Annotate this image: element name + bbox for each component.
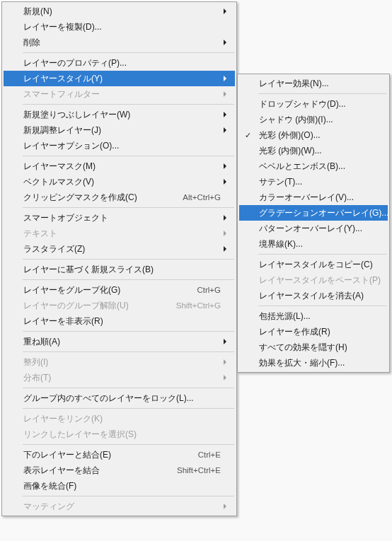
sub_menu-item[interactable]: ドロップシャドウ(D)...: [239, 96, 388, 112]
menu-item-label: 下のレイヤーと結合(E): [23, 449, 198, 461]
sub_menu-item[interactable]: グラデーションオーバーレイ(G)...: [239, 205, 388, 221]
menu-item-label: 光彩 (内側)(W)...: [259, 145, 374, 157]
main_menu-item: リンクしたレイヤーを選択(S): [4, 426, 235, 442]
menu-item-label: レイヤーを作成(R): [259, 326, 374, 338]
menu-item-label: レイヤーをリンク(K): [23, 413, 221, 425]
main_menu-item[interactable]: レイヤーをグループ化(G)Ctrl+G: [4, 282, 235, 298]
sub_menu-item[interactable]: 包括光源(L)...: [239, 308, 388, 324]
main_menu-item[interactable]: 削除: [4, 35, 235, 50]
main_menu-item[interactable]: 新規塗りつぶしレイヤー(W): [4, 107, 235, 122]
main_menu-item[interactable]: 下のレイヤーと結合(E)Ctrl+E: [4, 447, 235, 463]
menu-item-label: レイヤー効果(N)...: [259, 78, 374, 90]
menu-item-label: 分布(T): [23, 372, 221, 384]
menu-item-label: ラスタライズ(Z): [23, 243, 221, 255]
menu-separator: [23, 156, 234, 156]
menu-separator: [258, 93, 387, 94]
menu-item-label: 画像を統合(F): [23, 480, 221, 492]
menu-item-label: 新規塗りつぶしレイヤー(W): [23, 109, 221, 121]
menu-item-label: パターンオーバーレイ(Y)...: [259, 223, 374, 235]
menu-separator: [23, 259, 234, 260]
main_menu-item[interactable]: レイヤーに基づく新規スライス(B): [4, 262, 235, 277]
menu-item-label: レイヤースタイル(Y): [23, 73, 221, 85]
menu-item-label: マッティング: [23, 501, 221, 513]
sub_menu-item[interactable]: パターンオーバーレイ(Y)...: [239, 221, 388, 236]
sub_menu-item: レイヤースタイルをペースト(P): [239, 272, 388, 288]
layer-menu[interactable]: 新規(N)レイヤーを複製(D)...削除レイヤーのプロパティ(P)...レイヤー…: [1, 1, 237, 516]
main_menu-item[interactable]: 新規調整レイヤー(J): [4, 122, 235, 138]
menu-item-label: 境界線(K)...: [259, 238, 374, 250]
sub_menu-item[interactable]: ✓光彩 (外側)(O)...: [239, 127, 388, 143]
menu-separator: [23, 207, 234, 208]
menu-separator: [23, 496, 234, 496]
main_menu-item: レイヤーのグループ解除(U)Shift+Ctrl+G: [4, 298, 235, 313]
layer-style-submenu[interactable]: レイヤー効果(N)...ドロップシャドウ(D)...シャドウ (内側)(I)..…: [237, 74, 390, 373]
main_menu-item[interactable]: レイヤーマスク(M): [4, 158, 235, 174]
menu-item-label: 削除: [23, 37, 221, 49]
menu-item-label: グループ内のすべてのレイヤーをロック(L)...: [23, 392, 221, 405]
main_menu-item[interactable]: スマートオブジェクト: [4, 210, 235, 226]
main_menu-item[interactable]: 新規(N): [4, 4, 235, 19]
menu-item-label: レイヤースタイルを消去(A): [259, 290, 374, 302]
menu-item-label: すべての効果を隠す(H): [259, 342, 374, 354]
menu-item-label: レイヤーオプション(O)...: [23, 140, 221, 152]
sub_menu-item[interactable]: レイヤーを作成(R): [239, 324, 388, 339]
menu-item-label: スマートフィルター: [23, 88, 221, 100]
menu-item-label: グラデーションオーバーレイ(G)...: [259, 207, 388, 219]
menu-item-label: リンクしたレイヤーを選択(S): [23, 429, 221, 441]
main_menu-item: テキスト: [4, 226, 235, 241]
menu-item-label: レイヤーを複製(D)...: [23, 21, 221, 33]
sub_menu-item[interactable]: レイヤースタイルを消去(A): [239, 288, 388, 303]
menu-item-label: ベベルとエンボス(B)...: [259, 161, 374, 173]
menu-item-label: 効果を拡大・縮小(F)...: [259, 357, 374, 369]
sub_menu-item[interactable]: レイヤースタイルをコピー(C): [239, 257, 388, 272]
menu-separator: [23, 408, 234, 409]
main_menu-item[interactable]: 表示レイヤーを結合Shift+Ctrl+E: [4, 463, 235, 478]
main_menu-item[interactable]: 画像を統合(F): [4, 478, 235, 494]
menu-item-label: カラーオーバーレイ(V)...: [259, 192, 374, 204]
menu-separator: [23, 279, 234, 280]
main_menu-item[interactable]: 重ね順(A): [4, 334, 235, 349]
menu-item-label: レイヤーに基づく新規スライス(B): [23, 264, 221, 276]
sub_menu-item[interactable]: 境界線(K)...: [239, 236, 388, 252]
menu-item-label: レイヤーマスク(M): [23, 161, 221, 173]
menu-item-label: ドロップシャドウ(D)...: [259, 98, 374, 110]
menu-item-label: 表示レイヤーを結合: [23, 465, 177, 477]
menu-separator: [23, 351, 234, 352]
main_menu-item: レイヤーをリンク(K): [4, 411, 235, 426]
menu-separator: [23, 104, 234, 105]
main_menu-item[interactable]: グループ内のすべてのレイヤーをロック(L)...: [4, 390, 235, 406]
main_menu-item: マッティング: [4, 499, 235, 514]
main_menu-item[interactable]: レイヤーのプロパティ(P)...: [4, 55, 235, 71]
menu-item-label: 新規調整レイヤー(J): [23, 124, 221, 136]
main_menu-item[interactable]: レイヤーを複製(D)...: [4, 19, 235, 35]
sub_menu-item[interactable]: カラーオーバーレイ(V)...: [239, 190, 388, 205]
menu-item-shortcut: Ctrl+E: [198, 450, 221, 459]
main_menu-item[interactable]: ラスタライズ(Z): [4, 241, 235, 257]
menu-item-label: レイヤーのプロパティ(P)...: [23, 57, 221, 69]
sub_menu-item[interactable]: すべての効果を隠す(H): [239, 339, 388, 355]
sub_menu-item[interactable]: シャドウ (内側)(I)...: [239, 112, 388, 127]
main_menu-item: 整列(I): [4, 354, 235, 370]
menu-item-label: クリッピングマスクを作成(C): [23, 192, 183, 204]
menu-separator: [258, 254, 387, 255]
check-icon: ✓: [245, 131, 251, 140]
menu-item-shortcut: Alt+Ctrl+G: [183, 193, 221, 202]
sub_menu-item[interactable]: レイヤー効果(N)...: [239, 76, 388, 91]
main_menu-item[interactable]: ベクトルマスク(V): [4, 174, 235, 190]
sub_menu-item[interactable]: 光彩 (内側)(W)...: [239, 143, 388, 158]
main_menu-item[interactable]: レイヤーを非表示(R): [4, 313, 235, 329]
sub_menu-item[interactable]: 効果を拡大・縮小(F)...: [239, 355, 388, 371]
main_menu-item[interactable]: レイヤーオプション(O)...: [4, 138, 235, 153]
menu-separator: [23, 388, 234, 388]
main_menu-item[interactable]: レイヤースタイル(Y): [4, 71, 235, 86]
menu-item-label: サテン(T)...: [259, 176, 374, 188]
menu-separator: [258, 306, 387, 306]
menu-item-label: 光彩 (外側)(O)...: [259, 129, 374, 141]
menu-item-label: シャドウ (内側)(I)...: [259, 114, 374, 126]
menu-item-shortcut: Shift+Ctrl+E: [177, 466, 221, 475]
main_menu-item[interactable]: クリッピングマスクを作成(C)Alt+Ctrl+G: [4, 190, 235, 205]
sub_menu-item[interactable]: サテン(T)...: [239, 174, 388, 190]
menu-item-label: レイヤースタイルをペースト(P): [259, 274, 381, 286]
sub_menu-item[interactable]: ベベルとエンボス(B)...: [239, 158, 388, 174]
menu-item-label: レイヤースタイルをコピー(C): [259, 259, 374, 271]
